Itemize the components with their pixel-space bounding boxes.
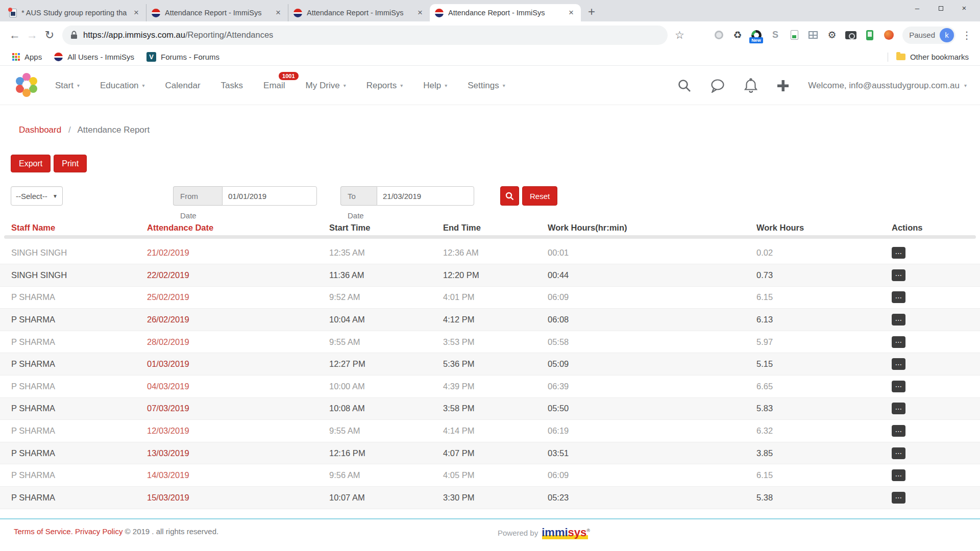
menu-item-email[interactable]: Email1001 (263, 81, 285, 91)
row-actions-button[interactable]: ⋯ (892, 336, 905, 348)
terms-of-service-link[interactable]: Terms of Service. (14, 527, 73, 536)
ellipsis-icon: ⋯ (895, 294, 902, 301)
export-button[interactable]: Export (11, 155, 51, 172)
chat-icon[interactable] (710, 79, 725, 93)
attendance-date-link[interactable]: 26/02/2019 (147, 309, 329, 331)
ellipsis-icon: ⋯ (895, 361, 902, 368)
menu-item-reports[interactable]: Reports▾ (366, 81, 403, 91)
attendance-date-link[interactable]: 13/03/2019 (147, 442, 329, 464)
tab-aus-study-group[interactable]: * AUS Study group reporting tha × (4, 4, 146, 21)
back-button[interactable]: ← (6, 29, 23, 42)
row-actions-button[interactable]: ⋯ (892, 425, 905, 437)
row-actions-button[interactable]: ⋯ (892, 247, 905, 259)
extension-speed-gauge-icon[interactable]: New (751, 30, 762, 41)
bell-icon[interactable] (744, 78, 758, 93)
browser-menu-icon[interactable]: ⋮ (962, 29, 972, 41)
table-row: P SHARMA 14/03/2019 9:56 AM 4:05 PM 06:0… (0, 464, 980, 487)
attendance-date-link[interactable]: 22/02/2019 (147, 264, 329, 287)
search-button[interactable] (500, 186, 519, 206)
extension-reddot-icon[interactable] (883, 30, 894, 41)
aus-study-group-logo[interactable] (14, 71, 39, 101)
row-actions-button[interactable]: ⋯ (892, 469, 905, 481)
other-bookmarks-button[interactable]: Other bookmarks (888, 53, 969, 62)
extension-gear-icon[interactable]: ⚙ (826, 30, 838, 41)
bookmark-star-icon[interactable]: ☆ (675, 29, 684, 41)
bookmark-apps[interactable]: Apps (12, 53, 42, 61)
address-bar[interactable]: https://app.immisys.com.au/Reporting/Att… (62, 26, 668, 45)
tab-attendance-report-2[interactable]: Attendance Report - ImmiSys × (288, 4, 430, 21)
reset-button[interactable]: Reset (522, 186, 557, 206)
work-hours-cell: 5.15 (756, 353, 892, 375)
tab-close-icon[interactable]: × (132, 8, 141, 18)
row-actions-button[interactable]: ⋯ (892, 447, 905, 459)
sync-paused-badge[interactable]: Paused k (902, 27, 955, 44)
row-actions-button[interactable]: ⋯ (892, 269, 905, 281)
forward-button[interactable]: → (23, 29, 41, 42)
from-date-input[interactable] (222, 186, 317, 206)
site-navbar: Start▾ Education▾ Calendar Tasks Email10… (0, 66, 980, 105)
bookmark-label: Apps (24, 53, 42, 61)
table-row: SINGH SINGH 21/02/2019 12:35 AM 12:36 AM… (0, 242, 980, 264)
extension-skype-icon[interactable]: S (770, 30, 781, 41)
attendance-date-link[interactable]: 01/03/2019 (147, 353, 329, 375)
attendance-date-link[interactable]: 15/03/2019 (147, 487, 329, 509)
attendance-date-link[interactable]: 04/03/2019 (147, 375, 329, 398)
tab-close-icon[interactable]: × (274, 8, 283, 18)
staff-select[interactable]: --Select-- ▼ (11, 186, 63, 206)
menu-item-calendar[interactable]: Calendar (165, 81, 201, 91)
attendance-date-link[interactable]: 25/02/2019 (147, 286, 329, 309)
row-actions-button[interactable]: ⋯ (892, 403, 905, 414)
extension-recycle-icon[interactable]: ♻ (732, 30, 743, 41)
row-actions-button[interactable]: ⋯ (892, 358, 905, 370)
staff-name-cell: P SHARMA (0, 286, 147, 309)
close-window-button[interactable]: × (952, 2, 976, 15)
minimize-button[interactable]: – (905, 2, 929, 15)
menu-item-start[interactable]: Start▾ (55, 81, 80, 91)
table-row: P SHARMA 07/03/2019 10:08 AM 3:58 PM 05:… (0, 397, 980, 420)
tab-attendance-report-active[interactable]: Attendance Report - ImmiSys × (430, 4, 581, 21)
reload-button[interactable]: ↻ (41, 29, 58, 42)
row-actions-button[interactable]: ⋯ (892, 314, 905, 325)
extension-camera-icon[interactable] (845, 30, 856, 41)
tab-close-icon[interactable]: × (415, 8, 425, 18)
bookmark-all-users[interactable]: All Users - ImmiSys (54, 53, 134, 61)
attendance-date-link[interactable]: 07/03/2019 (147, 397, 329, 420)
breadcrumb-dashboard-link[interactable]: Dashboard (19, 125, 61, 135)
menu-item-education[interactable]: Education▾ (100, 81, 145, 91)
print-button[interactable]: Print (54, 155, 87, 172)
bookmark-forums[interactable]: V Forums - Forums (146, 52, 219, 62)
tab-close-icon[interactable]: × (567, 8, 576, 18)
row-actions-button[interactable]: ⋯ (892, 381, 905, 392)
search-icon[interactable] (677, 79, 692, 93)
menu-item-my-drive[interactable]: My Drive▾ (306, 81, 346, 91)
attendance-date-link[interactable]: 12/03/2019 (147, 420, 329, 442)
row-actions-button[interactable]: ⋯ (892, 492, 905, 504)
chevron-down-icon: ▾ (503, 83, 505, 88)
menu-item-settings[interactable]: Settings▾ (468, 81, 505, 91)
extension-sheet-icon[interactable] (807, 30, 819, 41)
attendance-date-link[interactable]: 28/02/2019 (147, 331, 329, 353)
document-favicon-icon (9, 9, 17, 17)
extension-circle-icon[interactable] (713, 30, 724, 41)
end-time-cell: 4:07 PM (443, 442, 548, 464)
profile-avatar[interactable]: k (940, 28, 954, 42)
immisys-logo[interactable]: immisys® (542, 526, 590, 539)
tab-attendance-report-1[interactable]: Attendance Report - ImmiSys × (146, 4, 288, 21)
apps-grid-icon (12, 53, 20, 61)
powered-by-label: Powered by (498, 529, 538, 537)
extension-phone-icon[interactable] (864, 30, 875, 41)
privacy-policy-link[interactable]: Privacy Policy (75, 527, 122, 536)
menu-item-tasks[interactable]: Tasks (221, 81, 243, 91)
user-account-menu[interactable]: Welcome, info@ausstudygroup.com.au ▾ (808, 81, 967, 91)
add-icon[interactable] (776, 79, 790, 92)
new-tab-button[interactable]: + (588, 6, 595, 17)
to-date-input[interactable] (377, 186, 474, 206)
attendance-date-link[interactable]: 14/03/2019 (147, 464, 329, 487)
maximize-button[interactable] (929, 2, 952, 15)
menu-item-help[interactable]: Help▾ (423, 81, 447, 91)
end-time-cell: 3:30 PM (443, 487, 548, 509)
attendance-date-link[interactable]: 21/02/2019 (147, 242, 329, 264)
row-actions-button[interactable]: ⋯ (892, 291, 905, 303)
lock-icon[interactable] (70, 31, 78, 39)
extension-document-icon[interactable] (789, 30, 800, 41)
